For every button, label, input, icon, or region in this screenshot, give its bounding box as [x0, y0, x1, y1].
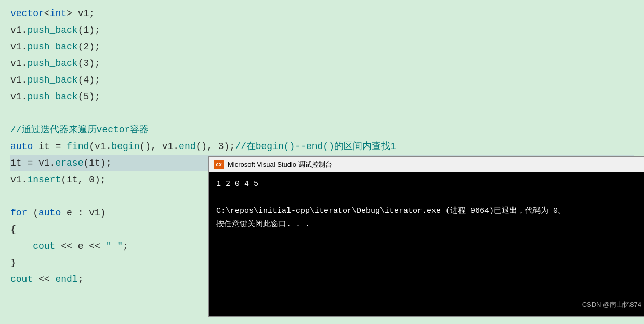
code-line-3: v1.push_back(2); — [10, 38, 634, 55]
code-area: vector<int> v1; v1.push_back(1); v1.push… — [10, 5, 634, 319]
code-line-7 — [10, 105, 634, 122]
code-line-4: v1.push_back(3); — [10, 55, 634, 72]
main-container: vector<int> v1; v1.push_back(1); v1.push… — [0, 0, 644, 324]
console-body: 1 2 0 4 5 C:\repos\initial-cpp\iterator\… — [209, 172, 644, 316]
console-app-icon: cx — [214, 160, 224, 169]
code-line-1: vector<int> v1; — [10, 5, 634, 22]
code-line-8: //通过迭代器来遍历vector容器 — [10, 122, 634, 138]
console-titlebar: cx Microsoft Visual Studio 调试控制台 — [209, 157, 644, 172]
punct: < — [44, 8, 50, 19]
console-output-2 — [216, 191, 641, 205]
keyword-vector: vector — [10, 8, 44, 19]
console-output-4: 按任意键关闭此窗口. . . — [216, 218, 641, 232]
code-line-9: auto it = find(v1.begin(), v1.end(), 3);… — [10, 138, 634, 155]
code-line-5: v1.push_back(4); — [10, 72, 634, 88]
console-window: cx Microsoft Visual Studio 调试控制台 1 2 0 4… — [208, 156, 644, 317]
code-line-2: v1.push_back(1); — [10, 22, 634, 38]
punct: > v1; — [67, 8, 95, 19]
console-output-1: 1 2 0 4 5 — [216, 178, 641, 191]
console-watermark: CSDN @南山忆874 — [582, 298, 641, 312]
console-output-3: C:\repos\initial-cpp\iterator\Debug\iter… — [216, 205, 641, 218]
code-line-6: v1.push_back(5); — [10, 88, 634, 105]
console-title: Microsoft Visual Studio 调试控制台 — [228, 160, 332, 169]
keyword-int: int — [50, 8, 67, 19]
